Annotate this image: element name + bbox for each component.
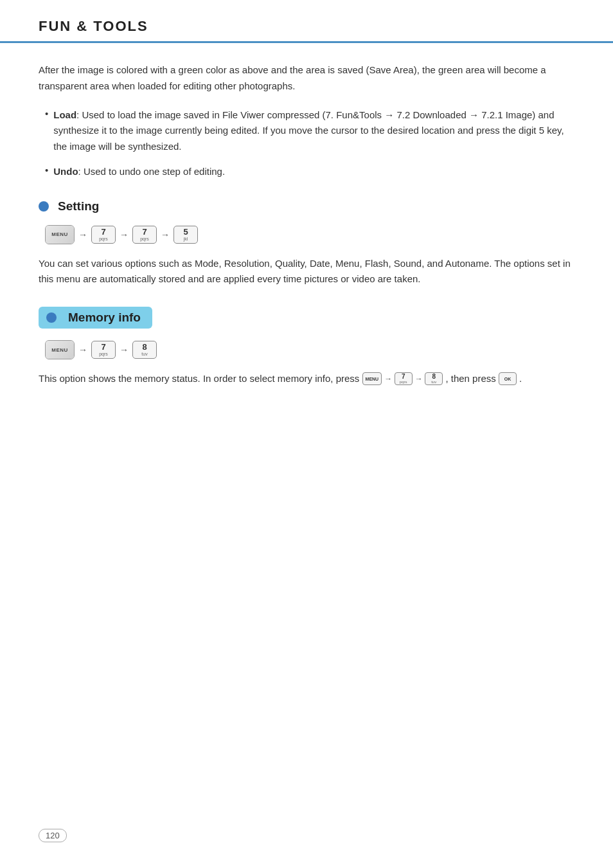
inline-7pqrs-key: 7 pqrs <box>395 372 413 385</box>
key-7b-inner: 7 pqrs <box>140 228 149 242</box>
page-header: FUN & TOOLS <box>0 0 613 43</box>
memory-info-blue-dot <box>46 312 57 323</box>
setting-title: Setting <box>58 199 99 213</box>
arrow-1: → <box>78 230 87 240</box>
memory-menu-button[interactable]: MENU <box>45 340 75 359</box>
bullet-text-load: Load: Used to load the image saved in Fi… <box>53 107 574 155</box>
memory-info-section-header: Memory info <box>39 307 574 329</box>
menu-button-label: MENU <box>51 231 68 237</box>
memory-info-button-sequence: MENU → 7 pqrs → 8 tuv <box>45 340 574 359</box>
page-title: FUN & TOOLS <box>39 18 148 34</box>
setting-key-7pqrs-1[interactable]: 7 pqrs <box>91 226 116 244</box>
bullet-dot: • <box>45 108 48 119</box>
memory-info-title: Memory info <box>68 311 141 325</box>
inline-arrow-2: → <box>415 374 425 383</box>
bullet-item-undo: • Undo: Used to undo one step of editing… <box>39 164 574 180</box>
arrow-2: → <box>120 230 129 240</box>
setting-key-7pqrs-2[interactable]: 7 pqrs <box>132 226 157 244</box>
memory-info-badge: Memory info <box>39 307 152 329</box>
setting-description: You can set various options such as Mode… <box>39 256 574 288</box>
setting-key-5jkl[interactable]: 5 jkl <box>173 226 198 244</box>
bullet-item-load: • Load: Used to load the image saved in … <box>39 107 574 155</box>
setting-section-header: Setting <box>39 199 574 213</box>
inline-8tuv-key: 8 tuv <box>425 372 443 385</box>
mem-key-8-inner: 8 tuv <box>141 343 147 357</box>
key-7-inner: 7 pqrs <box>99 228 108 242</box>
key-5-inner: 5 jkl <box>183 228 188 242</box>
bullet-list: • Load: Used to load the image saved in … <box>39 107 574 180</box>
bullet-dot-undo: • <box>45 165 48 176</box>
page-number: 120 <box>39 829 67 842</box>
main-content: After the image is colored with a green … <box>0 43 613 415</box>
inline-ok-key: OK <box>499 372 517 385</box>
setting-menu-button[interactable]: MENU <box>45 225 75 244</box>
mem-arrow-2: → <box>120 345 129 355</box>
memory-menu-label: MENU <box>51 347 68 353</box>
page: FUN & TOOLS After the image is colored w… <box>0 0 613 868</box>
memory-key-7pqrs[interactable]: 7 pqrs <box>91 341 116 359</box>
memory-info-description: This option shows the memory status. In … <box>39 371 574 387</box>
inline-arrow-1: → <box>384 374 394 383</box>
mem-arrow-1: → <box>78 345 87 355</box>
memory-desc-text-2: , then press <box>445 373 495 384</box>
setting-blue-dot <box>39 201 49 212</box>
arrow-3: → <box>161 230 170 240</box>
memory-key-8tuv[interactable]: 8 tuv <box>132 341 157 359</box>
bullet-label-undo: Undo <box>53 166 78 177</box>
intro-paragraph: After the image is colored with a green … <box>39 62 574 95</box>
bullet-label-load: Load <box>53 109 76 120</box>
memory-desc-text-1: This option shows the memory status. In … <box>39 373 359 384</box>
setting-button-sequence: MENU → 7 pqrs → 7 pqrs → <box>45 225 574 244</box>
inline-menu-key: MENU <box>362 372 382 385</box>
mem-key-7-inner: 7 pqrs <box>99 343 108 357</box>
bullet-text-undo: Undo: Used to undo one step of editing. <box>53 164 225 180</box>
